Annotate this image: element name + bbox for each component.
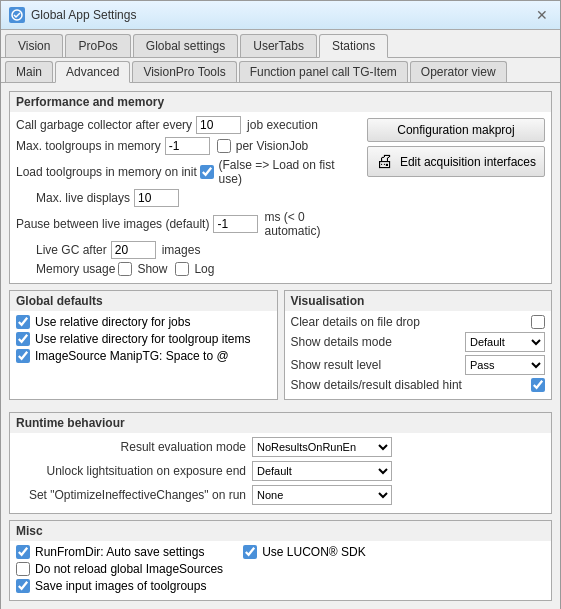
vis-result-level-label: Show result level [291,358,466,372]
pause-suffix: ms (< 0 automatic) [264,210,358,238]
log-label: Log [194,262,214,276]
runtime-result-eval-label: Result evaluation mode [16,440,246,454]
gc-suffix: job execution [247,118,318,132]
main-window: Global App Settings ✕ Vision ProPos Glob… [0,0,561,609]
gc-row: Call garbage collector after every job e… [16,116,359,134]
global-defaults-section: Global defaults Use relative directory f… [9,290,278,400]
pause-input[interactable] [213,215,258,233]
toolgroups-init-checkbox[interactable] [200,165,214,179]
config-makproj-button[interactable]: Configuration makproj [367,118,545,142]
performance-title: Performance and memory [10,92,551,112]
global-default-label-1: Use relative directory for toolgroup ite… [35,332,250,346]
toolgroups-init-row: Load toolgroups in memory on init (False… [16,158,359,186]
sub-tabs: Main Advanced VisionPro Tools Function p… [1,58,560,83]
tab-global-settings[interactable]: Global settings [133,34,238,57]
global-defaults-body: Use relative directory for jobs Use rela… [10,311,277,370]
edit-acq-label: Edit acquisition interfaces [400,155,536,169]
subtab-main[interactable]: Main [5,61,53,82]
misc-col-left: RunFromDir: Auto save settings Do not re… [16,545,223,596]
vis-clear-checkbox[interactable] [531,315,545,329]
vis-disabled-hint-checkbox[interactable] [531,378,545,392]
toolgroups-init-suffix: (False => Load on fist use) [219,158,359,186]
show-label: Show [137,262,167,276]
tab-stations[interactable]: Stations [319,34,388,58]
misc-item-0: RunFromDir: Auto save settings [16,545,223,559]
vis-details-mode-row: Show details mode Default Always Never [291,332,546,352]
global-default-checkbox-1[interactable] [16,332,30,346]
runtime-section: Runtime behaviour Result evaluation mode… [9,412,552,514]
subtab-visionpro[interactable]: VisionPro Tools [132,61,236,82]
misc-item-3: Save input images of toolgroups [16,579,223,593]
subtab-function-panel[interactable]: Function panel call TG-Item [239,61,408,82]
performance-section: Performance and memory Call garbage coll… [9,91,552,284]
misc-label-1: Use LUCON® SDK [262,545,366,559]
gc-input[interactable] [196,116,241,134]
misc-checkbox-3[interactable] [16,579,30,593]
vis-result-level-select[interactable]: Pass Fail All [465,355,545,375]
misc-body: RunFromDir: Auto save settings Do not re… [10,541,551,600]
toolgroups-mem-checkbox[interactable] [217,139,231,153]
right-panel: Configuration makproj 🖨 Edit acquisition… [367,118,545,279]
global-default-item-2: ImageSource ManipTG: Space to @ [16,349,271,363]
vis-disabled-hint-row: Show details/result disabled hint [291,378,546,392]
runtime-optimize-select[interactable]: None Yes No [252,485,392,505]
subtab-operator-view[interactable]: Operator view [410,61,507,82]
vis-result-level-row: Show result level Pass Fail All [291,355,546,375]
global-default-checkbox-2[interactable] [16,349,30,363]
memory-usage-row: Memory usage Show Log [16,262,359,276]
tab-vision[interactable]: Vision [5,34,63,57]
live-displays-row: Max. live displays [16,189,359,207]
close-button[interactable]: ✕ [532,5,552,25]
global-default-item-0: Use relative directory for jobs [16,315,271,329]
title-bar-left: Global App Settings [9,7,136,23]
toolgroups-mem-suffix: per VisionJob [236,139,309,153]
show-checkbox[interactable] [118,262,132,276]
vis-clear-label: Clear details on file drop [291,315,528,329]
misc-inner: RunFromDir: Auto save settings Do not re… [16,545,545,596]
window-title: Global App Settings [31,8,136,22]
toolgroups-mem-input[interactable] [165,137,210,155]
vis-details-mode-select[interactable]: Default Always Never [465,332,545,352]
toolgroups-init-label: Load toolgroups in memory on init [16,165,197,179]
edit-acquisition-button[interactable]: 🖨 Edit acquisition interfaces [367,146,545,177]
runtime-unlock-light-row: Unlock lightsituation on exposure end De… [16,461,545,481]
log-checkbox[interactable] [175,262,189,276]
visualisation-section: Visualisation Clear details on file drop… [284,290,553,400]
runtime-optimize-row: Set "OptimizeIneffectiveChanges" on run … [16,485,545,505]
tab-usertabs[interactable]: UserTabs [240,34,317,57]
toolgroups-mem-row: Max. toolgroups in memory per VisionJob [16,137,359,155]
pause-label: Pause between live images (default) [16,217,209,231]
misc-section: Misc RunFromDir: Auto save settings Do n… [9,520,552,601]
live-displays-input[interactable] [134,189,179,207]
performance-body: Call garbage collector after every job e… [10,112,551,283]
toolgroups-mem-label: Max. toolgroups in memory [16,139,161,153]
runtime-result-eval-row: Result evaluation mode NoResultsOnRunEn … [16,437,545,457]
runtime-result-eval-select[interactable]: NoResultsOnRunEn Always Never [252,437,392,457]
runtime-title: Runtime behaviour [10,413,551,433]
misc-checkbox-0[interactable] [16,545,30,559]
global-default-checkbox-0[interactable] [16,315,30,329]
misc-checkbox-1[interactable] [243,545,257,559]
live-gc-input[interactable] [111,241,156,259]
app-icon [9,7,25,23]
subtab-advanced[interactable]: Advanced [55,61,130,83]
misc-title: Misc [10,521,551,541]
misc-col-right: Use LUCON® SDK [243,545,366,596]
global-default-label-2: ImageSource ManipTG: Space to @ [35,349,229,363]
vis-disabled-hint-label: Show details/result disabled hint [291,378,528,392]
visualisation-title: Visualisation [285,291,552,311]
runtime-unlock-light-select[interactable]: Default Yes No [252,461,392,481]
perf-inner: Call garbage collector after every job e… [16,116,545,279]
global-default-label-0: Use relative directory for jobs [35,315,190,329]
content-area: Performance and memory Call garbage coll… [1,83,560,609]
live-gc-suffix: images [162,243,201,257]
tab-propos[interactable]: ProPos [65,34,130,57]
pause-row: Pause between live images (default) ms (… [16,210,359,238]
visualisation-body: Clear details on file drop Show details … [285,311,552,399]
printer-icon: 🖨 [376,151,394,172]
misc-label-3: Save input images of toolgroups [35,579,206,593]
misc-item-1: Use LUCON® SDK [243,545,366,559]
misc-checkbox-2[interactable] [16,562,30,576]
global-defaults-title: Global defaults [10,291,277,311]
vis-details-mode-label: Show details mode [291,335,466,349]
